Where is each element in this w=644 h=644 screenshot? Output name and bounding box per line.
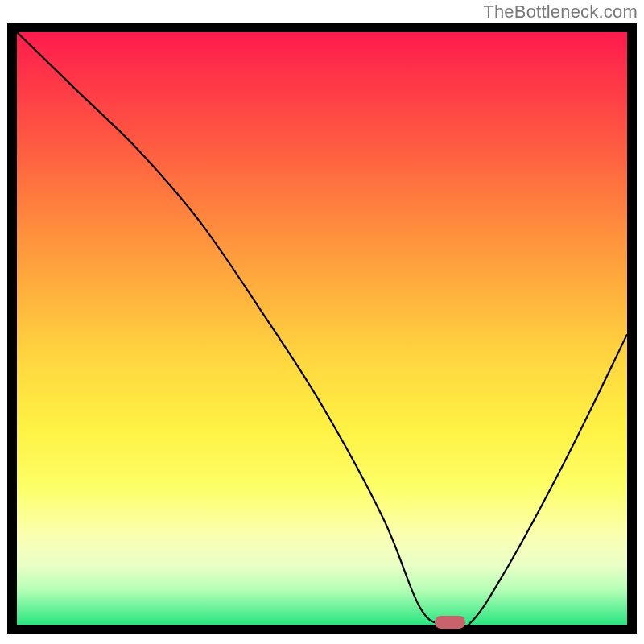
plot-frame: [7, 23, 637, 634]
chart-container: TheBottleneck.com: [0, 0, 644, 644]
bottleneck-curve: [17, 32, 627, 625]
sweet-spot-marker: [435, 616, 465, 629]
watermark-text: TheBottleneck.com: [483, 2, 638, 23]
plot-gradient-area: [17, 32, 627, 625]
